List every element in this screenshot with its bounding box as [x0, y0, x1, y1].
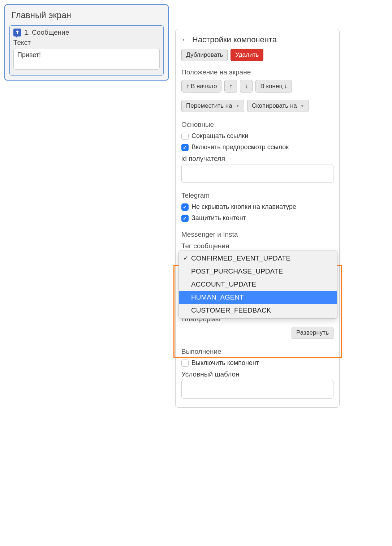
position-title: Положение на экране	[181, 68, 333, 76]
preview-links-label: Включить предпросмотр ссылок	[191, 143, 289, 151]
preview-links-checkbox[interactable]	[181, 144, 189, 151]
messenger-title: Messenger и Insta	[181, 231, 333, 238]
telegram-title: Telegram	[181, 192, 333, 199]
main-screen-panel: Главный экран 1. Сообщение Текст	[4, 4, 169, 81]
move-to-end-button[interactable]: В конец ↓	[255, 80, 292, 93]
dropdown-option[interactable]: CUSTOMER_FEEDBACK	[179, 304, 337, 317]
up-arrow-icon: ↑	[229, 82, 232, 90]
execution-section: Выполнение Выключить компонент Условный …	[181, 348, 333, 399]
message-tag-dropdown[interactable]: CONFIRMED_EVENT_UPDATEPOST_PURCHASE_UPDA…	[178, 250, 337, 319]
message-header: 1. Сообщение	[13, 29, 160, 36]
protect-content-label: Защитить контент	[191, 214, 246, 222]
template-input[interactable]	[181, 380, 333, 399]
message-text-input[interactable]	[13, 48, 160, 70]
duplicate-button[interactable]: Дублировать	[181, 49, 228, 61]
shorten-links-label: Сокращать ссылки	[191, 132, 248, 140]
execution-title: Выполнение	[181, 348, 333, 356]
dropdown-option[interactable]: POST_PURCHASE_UPDATE	[179, 265, 337, 278]
up-bar-icon: ↑	[186, 82, 189, 90]
message-icon	[13, 29, 21, 36]
move-up-button[interactable]: ↑	[224, 80, 237, 93]
dropdown-option[interactable]: HUMAN_AGENT	[179, 291, 337, 304]
protect-content-checkbox[interactable]	[181, 215, 189, 222]
disable-component-label: Выключить компонент	[191, 359, 259, 367]
down-bar-icon: ↓	[284, 82, 287, 90]
message-title: 1. Сообщение	[24, 29, 69, 36]
back-arrow-icon[interactable]: ←	[181, 35, 189, 44]
delete-button[interactable]: Удалить	[231, 49, 263, 61]
message-card[interactable]: 1. Сообщение Текст	[9, 25, 164, 76]
template-label: Условный шаблон	[181, 370, 333, 378]
keep-keyboard-checkbox[interactable]	[181, 203, 189, 211]
recipient-id-label: id получателя	[181, 155, 333, 163]
expand-button[interactable]: Развернуть	[292, 327, 333, 339]
dropdown-option[interactable]: ACCOUNT_UPDATE	[179, 278, 337, 291]
messenger-section: Messenger и Insta Тег сообщения CONFIRME…	[181, 231, 333, 250]
text-label: Текст	[13, 39, 160, 47]
settings-title: Настройки компонента	[192, 35, 277, 44]
message-tag-label: Тег сообщения	[181, 242, 333, 250]
keep-keyboard-label: Не скрывать кнопки на клавиатуре	[191, 203, 296, 211]
telegram-section: Telegram Не скрывать кнопки на клавиатур…	[181, 192, 333, 222]
shorten-links-checkbox[interactable]	[181, 133, 189, 140]
move-down-button[interactable]: ↓	[240, 80, 253, 93]
main-section: Основные Сокращать ссылки Включить предп…	[181, 121, 333, 183]
component-settings-panel: ← Настройки компонента Дублировать Удали…	[175, 29, 340, 408]
move-to-dropdown-button[interactable]: Переместить на	[181, 100, 244, 112]
move-to-start-button[interactable]: ↑ В начало	[181, 80, 221, 93]
panel-title: Главный экран	[9, 10, 164, 20]
disable-component-checkbox[interactable]	[181, 360, 189, 367]
down-arrow-icon: ↓	[245, 82, 248, 90]
position-section: Положение на экране ↑ В начало ↑ ↓ В кон…	[181, 68, 333, 112]
dropdown-option[interactable]: CONFIRMED_EVENT_UPDATE	[179, 252, 337, 265]
recipient-id-input[interactable]	[181, 164, 333, 183]
main-title: Основные	[181, 121, 333, 129]
copy-to-dropdown-button[interactable]: Скопировать на	[247, 100, 309, 112]
